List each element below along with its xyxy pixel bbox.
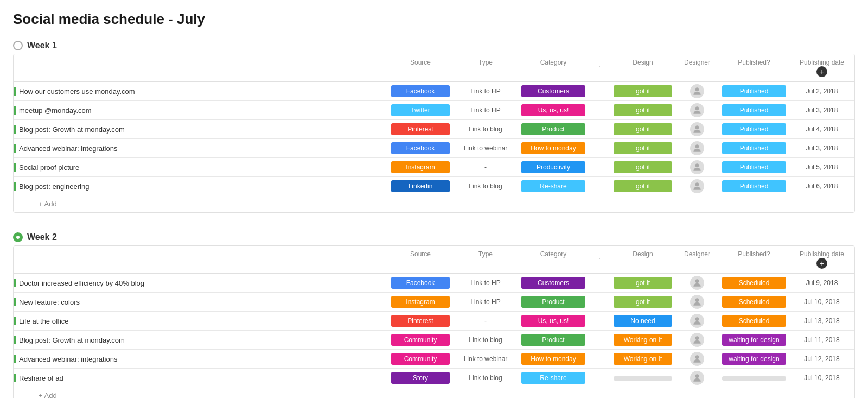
source-pill: Story bbox=[391, 372, 450, 384]
row-designer bbox=[675, 293, 719, 311]
row-date: Jul 5, 2018 bbox=[789, 161, 854, 173]
row-label-cell: Reshare of ad bbox=[14, 370, 388, 387]
table-row: Blog post: Growth at monday.com Pinteres… bbox=[14, 120, 854, 139]
week1-table: Source Type Category . Design Designer P… bbox=[13, 54, 855, 213]
category-pill: Re-share bbox=[521, 372, 585, 384]
published-pill: Published bbox=[722, 104, 786, 116]
week1-add-col-btn[interactable]: + bbox=[816, 66, 827, 77]
row-label-cell: Advanced webinar: integrations bbox=[14, 351, 388, 368]
row-label-cell: Blog post: Growth at monday.com bbox=[14, 332, 388, 349]
row-category: Re-share bbox=[518, 370, 589, 386]
row-design: Working on It bbox=[610, 332, 675, 348]
row-published bbox=[719, 372, 789, 384]
row-label: Reshare of ad bbox=[19, 374, 63, 382]
svg-point-6 bbox=[695, 279, 699, 283]
row-label: Social proof picture bbox=[19, 163, 79, 172]
svg-point-8 bbox=[695, 317, 699, 321]
week2-add-row[interactable]: + Add bbox=[14, 387, 854, 398]
week2-table: Source Type Category . Design Designer P… bbox=[13, 245, 855, 398]
col2-header-dot: . bbox=[589, 246, 610, 273]
avatar bbox=[690, 160, 704, 174]
design-pill: Working on It bbox=[614, 353, 672, 365]
source-pill: Twitter bbox=[391, 104, 450, 116]
svg-point-11 bbox=[695, 374, 699, 378]
row-category: Product bbox=[518, 332, 589, 348]
row-bar bbox=[14, 163, 16, 172]
week2-add-col-btn[interactable]: + bbox=[816, 258, 827, 269]
category-pill: How to monday bbox=[521, 353, 585, 365]
row-bar bbox=[14, 144, 16, 153]
week1-add-row[interactable]: + Add bbox=[14, 195, 854, 212]
published-pill: Published bbox=[722, 85, 786, 97]
category-pill: Productivity bbox=[521, 161, 585, 173]
row-bar bbox=[14, 355, 16, 363]
row-designer bbox=[675, 158, 719, 176]
row-dot-col bbox=[589, 108, 610, 112]
published-pill: Published bbox=[722, 180, 786, 192]
row-label-cell: Doctor increased efficiency by 40% blog bbox=[14, 275, 388, 292]
row-published: Published bbox=[719, 102, 789, 118]
row-source: Pinterest bbox=[388, 313, 453, 329]
row-design: got it bbox=[610, 121, 675, 137]
row-type: - bbox=[453, 161, 518, 173]
row-design: got it bbox=[610, 275, 675, 291]
source-pill: Facebook bbox=[391, 277, 450, 289]
avatar bbox=[690, 276, 704, 290]
col-header-published: Published? bbox=[719, 54, 789, 81]
row-label: Blog post: Growth at monday.com bbox=[19, 336, 125, 344]
category-pill: Product bbox=[521, 296, 585, 308]
row-type: Link to HP bbox=[453, 277, 518, 289]
row-label-cell: Advanced webinar: integrations bbox=[14, 140, 388, 157]
avatar bbox=[690, 314, 704, 328]
table-row: Advanced webinar: integrations Community… bbox=[14, 350, 854, 369]
design-pill: got it bbox=[614, 104, 672, 116]
row-design: No need bbox=[610, 313, 675, 329]
pubdate-label: Publishing date bbox=[800, 59, 844, 66]
row-date: Jul 3, 2018 bbox=[789, 142, 854, 154]
row-source: Facebook bbox=[388, 140, 453, 156]
row-published: Published bbox=[719, 140, 789, 156]
row-category: Us, us, us! bbox=[518, 313, 589, 329]
row-label-cell: meetup @monday.com bbox=[14, 102, 388, 119]
row-source: Facebook bbox=[388, 275, 453, 291]
table-row: Social proof picture Instagram - Product… bbox=[14, 158, 854, 177]
design-pill: got it bbox=[614, 142, 672, 154]
row-type: Link to HP bbox=[453, 85, 518, 97]
row-bar bbox=[14, 336, 16, 344]
col-header-item bbox=[35, 54, 388, 81]
row-category: Product bbox=[518, 294, 589, 310]
category-pill: How to monday bbox=[521, 142, 585, 154]
col2-header-published: Published? bbox=[719, 246, 789, 273]
row-bar bbox=[14, 279, 16, 287]
row-date: Jul 12, 2018 bbox=[789, 353, 854, 365]
row-date: Jul 13, 2018 bbox=[789, 315, 854, 327]
row-label-cell: Blog post: Growth at monday.com bbox=[14, 121, 388, 138]
design-pill: got it bbox=[614, 277, 672, 289]
avatar bbox=[690, 122, 704, 136]
row-label: Doctor increased efficiency by 40% blog bbox=[19, 279, 144, 287]
category-pill: Customers bbox=[521, 85, 585, 97]
row-category: Product bbox=[518, 121, 589, 137]
week1-toggle[interactable] bbox=[13, 41, 23, 50]
row-category: Customers bbox=[518, 275, 589, 291]
table-row: How our customers use monday.com Faceboo… bbox=[14, 82, 854, 101]
col-header-design: Design bbox=[610, 54, 675, 81]
week2-title: Week 2 bbox=[27, 232, 57, 242]
row-label: Blog post: engineering bbox=[19, 182, 89, 191]
published-pill: Scheduled bbox=[722, 296, 786, 308]
category-pill: Product bbox=[521, 334, 585, 346]
week2-toggle[interactable] bbox=[13, 232, 23, 242]
week1-col-headers: Source Type Category . Design Designer P… bbox=[14, 54, 854, 82]
svg-point-5 bbox=[695, 182, 699, 186]
row-source: Twitter bbox=[388, 102, 453, 118]
row-date: Jul 3, 2018 bbox=[789, 104, 854, 116]
col2-header-designer: Designer bbox=[675, 246, 719, 273]
col2-header-category: Category bbox=[518, 246, 589, 273]
row-label-cell: Blog post: engineering bbox=[14, 178, 388, 195]
published-pill: Scheduled bbox=[722, 315, 786, 327]
row-published: waiting for design bbox=[719, 332, 789, 348]
row-designer bbox=[675, 331, 719, 349]
row-dot-col bbox=[589, 376, 610, 380]
row-type: Link to HP bbox=[453, 296, 518, 308]
design-pill: got it bbox=[614, 161, 672, 173]
